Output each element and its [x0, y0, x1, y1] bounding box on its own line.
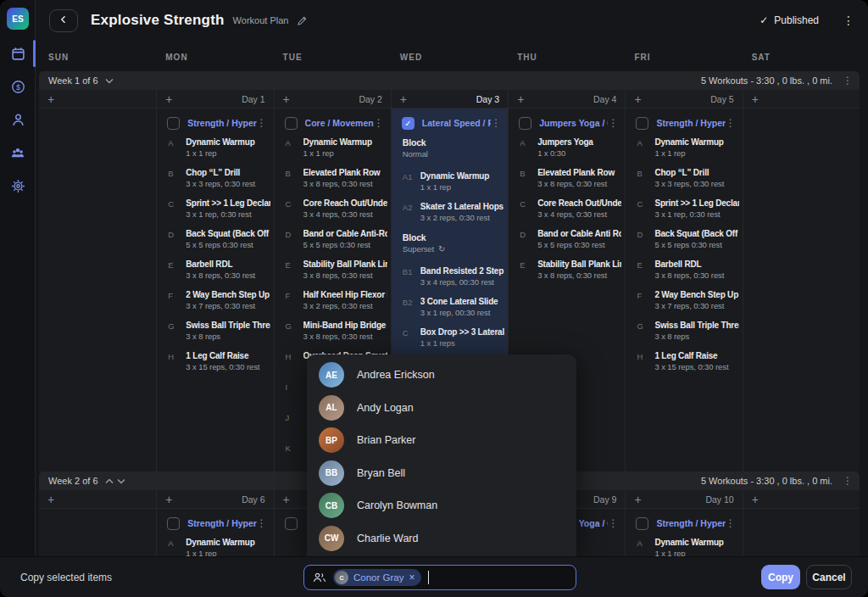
exercise-row[interactable]: H 1 Leg Calf Raise 3 x 15 reps, 0:30 res…	[626, 349, 742, 380]
workout-checkbox[interactable]	[167, 117, 180, 130]
exercise-row[interactable]: A Dynamic Warmup 1 x 1 rep	[626, 536, 742, 556]
chevron-up-icon[interactable]	[105, 478, 114, 484]
add-workout-button[interactable]: +	[165, 494, 172, 505]
add-workout-button[interactable]: +	[165, 93, 172, 105]
athlete-option[interactable]: BB Bryan Bell	[307, 457, 576, 490]
exercise-row[interactable]: E Barbell RDL 3 x 8 reps, 0:30 rest	[157, 258, 273, 288]
exercise-row[interactable]: D Back Squat (Back Off Set) 5 x 5 reps 0…	[626, 227, 742, 258]
exercise-row[interactable]: G Swiss Ball Triple Threat 3 x 8 reps	[157, 319, 273, 349]
exercise-row[interactable]: D Back Squat (Back Off Set) 5 x 5 reps 0…	[157, 227, 273, 258]
exercise-row[interactable]: A Dynamic Warmup 1 x 1 rep	[626, 136, 742, 166]
sidebar-item-calendar[interactable]	[0, 42, 36, 64]
workout-checkbox[interactable]	[636, 517, 648, 530]
add-workout-button[interactable]: +	[47, 494, 54, 505]
exercise-row[interactable]: B Elevated Plank Row 3 x 8 reps, 0:30 re…	[275, 166, 391, 197]
exercise-row[interactable]: A2 Skater 3 Lateral Hops >> ... 3 x 2 re…	[392, 200, 508, 231]
workout-kebab-menu[interactable]: ⋮	[608, 118, 618, 128]
workout-checkbox-checked[interactable]: ✓	[402, 117, 415, 130]
workout-kebab-menu[interactable]: ⋮	[491, 118, 501, 128]
exercise-row[interactable]: E Barbell RDL 3 x 8 reps, 0:30 rest	[626, 258, 742, 288]
athlete-option[interactable]: CB Carolyn Bowman	[307, 489, 576, 522]
workout-kebab-menu[interactable]: ⋮	[257, 118, 267, 128]
edit-pencil-icon[interactable]	[297, 15, 308, 26]
exercise-row[interactable]: G Mini-Band Hip Bridge w/ ... 3 x 8 reps…	[275, 319, 391, 349]
sidebar-item-clients[interactable]	[0, 109, 36, 131]
workout-title[interactable]: Strength / Hypertro...	[656, 518, 725, 528]
athlete-option[interactable]: AL Andy Logan	[307, 392, 576, 425]
exercise-row[interactable]: C Sprint >> 1 Leg Declarations 3 x 1 rep…	[157, 197, 273, 227]
add-workout-button[interactable]: +	[283, 93, 290, 105]
back-button[interactable]	[49, 9, 78, 32]
day-cell-sun[interactable]	[39, 109, 156, 471]
workout-kebab-menu[interactable]: ⋮	[726, 118, 736, 128]
add-workout-button[interactable]: +	[400, 93, 407, 105]
exercise-row[interactable]: E Stability Ball Plank Linear ... 3 x 8 …	[275, 258, 391, 288]
chevron-down-icon[interactable]	[105, 78, 114, 84]
header-kebab-menu[interactable]: ⋮	[843, 14, 854, 26]
exercise-row[interactable]: C Box Drop >> 3 Lateral H... 1 x 1 reps	[392, 326, 508, 356]
cancel-button[interactable]: Cancel	[806, 565, 852, 589]
workout-title[interactable]: Strength / Hypertro...	[656, 118, 725, 128]
exercise-row[interactable]: Block Normal	[392, 136, 508, 170]
workout-title[interactable]: Core / Movement Q...	[305, 118, 374, 128]
workout-title[interactable]: Strength / Hypertro...	[187, 518, 256, 528]
exercise-row[interactable]: B Chop “L” Drill 3 x 3 reps, 0:30 rest	[157, 166, 273, 197]
add-workout-button[interactable]: +	[283, 494, 290, 505]
selected-athlete-chip[interactable]: C Conor Gray ×	[333, 569, 421, 586]
exercise-row[interactable]: C Sprint >> 1 Leg Declarations 3 x 1 rep…	[626, 197, 742, 227]
sidebar-item-settings[interactable]	[0, 175, 36, 197]
workout-kebab-menu[interactable]: ⋮	[726, 518, 736, 528]
day-cell-sat[interactable]	[743, 109, 860, 471]
day-cell-sun[interactable]	[39, 509, 156, 556]
exercise-row[interactable]: F 2 Way Bench Step Up 3 x 7 reps, 0:30 r…	[157, 288, 273, 319]
week-kebab-menu[interactable]: ⋮	[843, 476, 853, 486]
add-workout-button[interactable]: +	[634, 494, 641, 505]
workout-title[interactable]: Jumpers Yoga / Core	[539, 118, 608, 128]
app-logo[interactable]: ES	[7, 8, 29, 30]
athlete-search-input[interactable]: C Conor Gray ×	[303, 565, 576, 590]
exercise-row[interactable]: C Core Reach Out/Under 3 x 4 reps, 0:30 …	[275, 197, 391, 227]
day-cell-sat[interactable]	[743, 509, 860, 556]
add-workout-button[interactable]: +	[634, 93, 641, 105]
exercise-row[interactable]: B1 Band Resisted 2 Step Late... 3 x 4 re…	[392, 265, 508, 295]
exercise-row[interactable]: Block Superset↻	[392, 231, 508, 265]
athlete-option[interactable]: BP Brian Parker	[307, 424, 576, 457]
remove-chip-icon[interactable]: ×	[409, 572, 415, 583]
exercise-row[interactable]: A Jumpers Yoga 1 x 0:30	[509, 136, 625, 166]
workout-checkbox[interactable]	[636, 117, 648, 130]
workout-checkbox[interactable]	[285, 117, 298, 130]
exercise-row[interactable]: A Dynamic Warmup 1 x 1 rep	[157, 136, 273, 166]
exercise-row[interactable]: A Dynamic Warmup 1 x 1 rep	[157, 536, 273, 556]
add-workout-button[interactable]: +	[517, 93, 524, 105]
exercise-row[interactable]: F Half Kneel Hip Flexor Rais... 3 x 2 re…	[275, 288, 391, 319]
exercise-row[interactable]: D Band or Cable Anti Rotati... 5 x 5 rep…	[509, 227, 625, 258]
exercise-row[interactable]: A Dynamic Warmup 1 x 1 rep	[275, 136, 391, 166]
workout-title[interactable]: Lateral Speed / Plyo	[422, 118, 491, 128]
workout-checkbox[interactable]	[519, 117, 531, 130]
add-workout-button[interactable]: +	[47, 93, 54, 105]
workout-kebab-menu[interactable]: ⋮	[608, 518, 618, 528]
chevron-down-icon[interactable]	[117, 478, 125, 484]
sidebar-item-billing[interactable]: $	[0, 75, 36, 98]
add-workout-button[interactable]: +	[752, 494, 759, 505]
exercise-row[interactable]: A1 Dynamic Warmup 1 x 1 rep	[392, 170, 508, 200]
exercise-row[interactable]: E Stability Ball Plank Linear ... 3 x 8 …	[509, 258, 625, 288]
add-workout-button[interactable]: +	[752, 93, 759, 105]
exercise-row[interactable]: B Chop “L” Drill 3 x 3 reps, 0:30 rest	[626, 166, 742, 197]
workout-checkbox[interactable]	[167, 517, 180, 530]
exercise-row[interactable]: D Band or Cable Anti-Rotati... 5 x 5 rep…	[275, 227, 391, 258]
workout-checkbox[interactable]	[285, 517, 298, 530]
exercise-row[interactable]: H 1 Leg Calf Raise 3 x 15 reps, 0:30 res…	[157, 349, 273, 380]
athlete-option[interactable]: AE Andrea Erickson	[307, 359, 576, 392]
exercise-row[interactable]: G Swiss Ball Triple Threat 3 x 8 reps	[626, 319, 742, 349]
workout-kebab-menu[interactable]: ⋮	[374, 118, 384, 128]
sidebar-item-teams[interactable]	[0, 142, 36, 164]
exercise-row[interactable]: B Elevated Plank Row 3 x 8 reps, 0:30 re…	[509, 166, 625, 197]
week-kebab-menu[interactable]: ⋮	[843, 75, 853, 86]
exercise-row[interactable]: C Core Reach Out/Under 3 x 4 reps, 0:30 …	[509, 197, 625, 227]
athlete-option[interactable]: CW Charlie Ward	[307, 522, 576, 555]
workout-kebab-menu[interactable]: ⋮	[257, 518, 267, 528]
copy-button[interactable]: Copy	[761, 565, 800, 589]
exercise-row[interactable]: B2 3 Cone Lateral Slide 3 x 1 rep, 00:30…	[392, 295, 508, 326]
workout-title[interactable]: Strength / Hypertro...	[187, 118, 256, 128]
